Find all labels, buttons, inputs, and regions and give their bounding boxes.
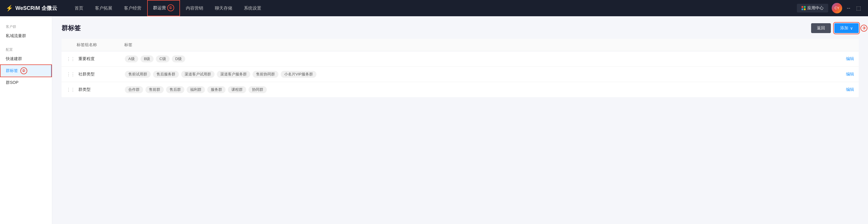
tag-chip: 渠道客户服务群 (217, 71, 250, 78)
sidebar: 客户群 私域流量群 配置 快速建群 群标签 ② 群SOP (0, 16, 52, 224)
tag-chip: 售前协同群 (253, 71, 278, 78)
logo-icon: ⚡ (6, 5, 13, 11)
row-action: 编辑 (831, 56, 854, 62)
annotation-2: ② (20, 67, 27, 74)
tag-chip: A级 (125, 56, 138, 62)
drag-handle[interactable]: ⋮⋮ (66, 72, 75, 77)
user-dash-icon[interactable]: -- (846, 4, 851, 12)
nav-customer-manage[interactable]: 客户经营 (118, 0, 147, 16)
header-tags: 标签 (124, 42, 831, 47)
header-buttons: 返回 添加 ∨ ③ (811, 23, 859, 33)
sidebar-item-private-flow[interactable]: 私域流量群 (0, 30, 52, 41)
nav-chat-archive[interactable]: 聊天存储 (209, 0, 238, 16)
drag-handle[interactable]: ⋮⋮ (66, 87, 75, 93)
tag-chip: 课程群 (228, 86, 246, 93)
tag-chip: 售后服务群 (153, 71, 179, 78)
sidebar-item-group-sop[interactable]: 群SOP (0, 77, 52, 88)
add-dropdown-icon: ∨ (850, 26, 853, 30)
nav-customer-expand[interactable]: 客户拓展 (89, 0, 118, 16)
nav-system-settings[interactable]: 系统设置 (238, 0, 267, 16)
logout-icon[interactable]: ⬚ (855, 4, 862, 12)
table-row: ⋮⋮ 群类型 合作群 售前群 售后群 福利群 服务群 课程群 协同群 编辑 (62, 82, 859, 97)
tag-chip: C级 (156, 56, 169, 62)
nav-home[interactable]: 首页 (69, 0, 89, 16)
app-center-icon (802, 6, 806, 10)
tag-chip: D级 (172, 56, 185, 62)
tag-chip: 售前试用群 (125, 71, 151, 78)
tag-chip: 协同群 (248, 86, 267, 93)
top-navigation: ⚡ WeSCRiM 企微云 首页 客户拓展 客户经营 群运营 ① 内容营销 聊天… (0, 0, 868, 16)
drag-handle[interactable]: ⋮⋮ (66, 56, 75, 62)
row-tags: A级 B级 C级 D级 (125, 56, 831, 62)
sidebar-section-customer: 客户群 (0, 22, 52, 30)
edit-link[interactable]: 编辑 (846, 72, 854, 76)
main-content: 群标签 返回 添加 ∨ ③ 标签组名称 标签 (52, 16, 868, 224)
tag-chip: 服务群 (207, 86, 225, 93)
row-group-name: 群类型 (79, 87, 125, 92)
header-action (831, 42, 854, 47)
sidebar-item-quick-build[interactable]: 快速建群 (0, 53, 52, 64)
tag-chip: 福利群 (187, 86, 205, 93)
app-center-button[interactable]: 应用中心 (797, 4, 828, 12)
row-tags: 合作群 售前群 售后群 福利群 服务群 课程群 协同群 (125, 86, 831, 93)
header-name: 标签组名称 (66, 42, 124, 47)
tag-chip: 售后群 (166, 86, 184, 93)
row-group-name: 社群类型 (79, 72, 125, 77)
table-row: ⋮⋮ 社群类型 售前试用群 售后服务群 渠道客户试用群 渠道客户服务群 售前协同… (62, 67, 859, 82)
tags-table: 标签组名称 标签 ⋮⋮ 重要程度 A级 B级 C级 D级 编辑 (62, 39, 859, 97)
tag-chip: 渠道客户试用群 (181, 71, 215, 78)
sidebar-item-group-tags[interactable]: 群标签 ② (0, 64, 52, 77)
table-header: 标签组名称 标签 (62, 39, 859, 51)
row-action: 编辑 (831, 87, 854, 92)
main-layout: 客户群 私域流量群 配置 快速建群 群标签 ② 群SOP 群标签 返回 添加 ∨… (0, 16, 868, 224)
annotation-3: ③ (861, 25, 867, 32)
logo: ⚡ WeSCRiM 企微云 (6, 5, 57, 11)
tag-chip: B级 (141, 56, 154, 62)
tag-chip: 合作群 (125, 86, 143, 93)
edit-link[interactable]: 编辑 (846, 56, 854, 61)
avatar[interactable]: CY (832, 3, 842, 13)
page-header: 群标签 返回 添加 ∨ ③ (62, 23, 859, 33)
add-button[interactable]: 添加 ∨ (834, 23, 859, 33)
row-action: 编辑 (831, 72, 854, 77)
tag-chip: 小名片VIP服务群 (281, 71, 316, 78)
row-group-name: 重要程度 (79, 56, 125, 62)
nav-right: 应用中心 CY -- ⬚ (797, 3, 862, 13)
table-row: ⋮⋮ 重要程度 A级 B级 C级 D级 编辑 (62, 51, 859, 67)
row-tags: 售前试用群 售后服务群 渠道客户试用群 渠道客户服务群 售前协同群 小名片VIP… (125, 71, 831, 78)
annotation-1: ① (167, 4, 174, 11)
add-button-wrapper: 添加 ∨ ③ (834, 23, 859, 33)
nav-items: 首页 客户拓展 客户经营 群运营 ① 内容营销 聊天存储 系统设置 (69, 0, 797, 16)
tag-chip: 售前群 (146, 86, 164, 93)
return-button[interactable]: 返回 (811, 23, 831, 33)
edit-link[interactable]: 编辑 (846, 87, 854, 92)
nav-content-marketing[interactable]: 内容营销 (180, 0, 209, 16)
sidebar-section-config: 配置 (0, 45, 52, 53)
nav-group-ops[interactable]: 群运营 ① (147, 0, 180, 16)
page-title: 群标签 (62, 24, 81, 32)
